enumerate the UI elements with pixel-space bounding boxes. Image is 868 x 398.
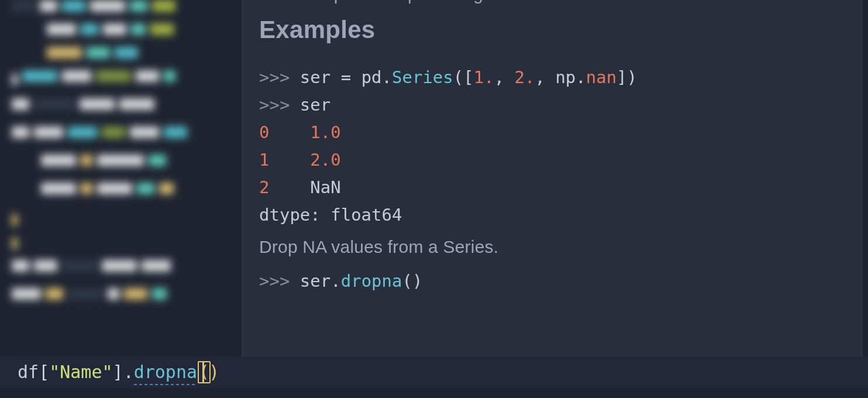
caret-icon bbox=[202, 361, 204, 383]
doc-code-block-2: >>> ser.dropna() bbox=[259, 267, 845, 295]
doc-see-also: Index.dropna : Drop missing indices. bbox=[259, 0, 845, 4]
minimap[interactable] bbox=[12, 0, 246, 316]
quote-open-icon: " bbox=[49, 357, 60, 387]
doc-heading-examples: Examples bbox=[259, 16, 845, 44]
code-string-literal: Name bbox=[60, 357, 102, 387]
code-line-dropna: >>> ser.dropna() bbox=[259, 267, 845, 295]
editor-current-line[interactable]: df["Name"].dropna() bbox=[0, 357, 868, 387]
doc-note: Drop NA values from a Series. bbox=[259, 237, 845, 257]
bracket-open-icon: [ bbox=[39, 357, 49, 387]
ide-viewport: Index.dropna : Drop missing indices. Exa… bbox=[0, 0, 868, 398]
doc-code-block: >>> ser = pd.Series([1., 2., np.nan]) >>… bbox=[259, 64, 845, 229]
code-output-row: 0 1.0 bbox=[259, 119, 845, 146]
code-output-row: 2 NaN bbox=[259, 174, 845, 201]
code-line-assign: >>> ser = pd.Series([1., 2., np.nan]) bbox=[259, 64, 845, 91]
code-line-eval: >>> ser bbox=[259, 91, 845, 119]
paren-close-highlight: ) bbox=[209, 357, 219, 387]
code-output-dtype: dtype: float64 bbox=[259, 201, 845, 229]
quote-close-icon: " bbox=[102, 357, 113, 387]
bracket-close-icon: ] bbox=[113, 357, 123, 387]
dot-operator: . bbox=[123, 357, 134, 387]
code-identifier: df bbox=[18, 357, 39, 387]
code-method-call: dropna bbox=[134, 357, 197, 387]
code-output-row: 1 2.0 bbox=[259, 146, 845, 174]
doc-popup[interactable]: Index.dropna : Drop missing indices. Exa… bbox=[242, 0, 862, 361]
